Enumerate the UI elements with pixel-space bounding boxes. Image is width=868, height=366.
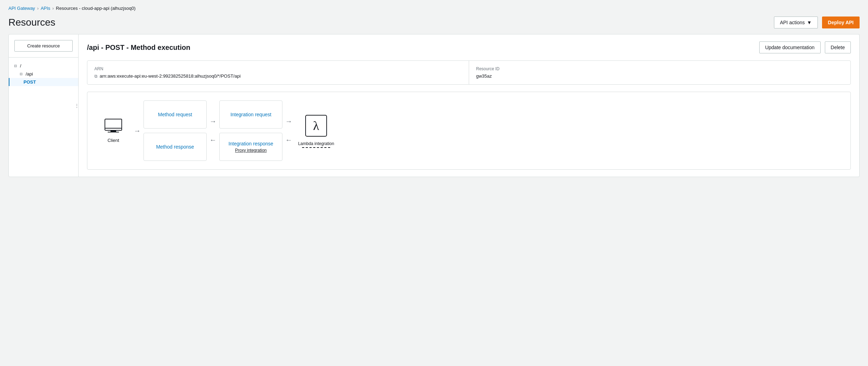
page-header: Resources API actions ▼ Deploy API: [0, 14, 868, 34]
method-column: Method request Method response: [143, 100, 207, 161]
main-content: Create resource ⊟ / ⊟ /api POST ⋮ /api -…: [0, 34, 868, 185]
client-icon: [104, 118, 122, 135]
client-label: Client: [107, 138, 119, 143]
breadcrumb-api-gateway[interactable]: API Gateway: [8, 6, 35, 11]
breadcrumb-apis[interactable]: APIs: [41, 6, 50, 11]
header-actions: API actions ▼ Deploy API: [774, 17, 860, 28]
page-title: Resources: [8, 17, 55, 28]
detail-title: /api - POST - Method execution: [87, 44, 190, 52]
arrows-middle: → ←: [209, 117, 216, 144]
arrows-right: → ←: [285, 117, 292, 144]
integration-response-box[interactable]: Integration response Proxy integration: [219, 133, 282, 161]
tree-api[interactable]: ⊟ /api: [9, 70, 78, 78]
method-response-link[interactable]: Method response: [156, 144, 194, 150]
meta-section: ARN ⧉ arn:aws:execute-api:eu-west-2:9923…: [87, 60, 851, 85]
detail-header: /api - POST - Method execution Update do…: [87, 41, 851, 53]
resource-tree: ⊟ / ⊟ /api POST: [9, 58, 78, 90]
breadcrumb: API Gateway › APIs › Resources - cloud-a…: [0, 0, 868, 14]
tree-root-collapse-icon: ⊟: [13, 64, 18, 68]
sidebar: Create resource ⊟ / ⊟ /api POST ⋮: [8, 34, 79, 177]
api-actions-button[interactable]: API actions ▼: [774, 17, 818, 28]
delete-button[interactable]: Delete: [825, 41, 851, 53]
arrow-lambda-to-integration-resp: ←: [285, 136, 292, 144]
lambda-icon: λ: [304, 113, 328, 138]
tree-post[interactable]: POST: [9, 78, 78, 86]
integration-request-link[interactable]: Integration request: [231, 112, 272, 117]
tree-api-collapse-icon: ⊟: [19, 72, 24, 76]
chevron-down-icon: ▼: [807, 20, 812, 25]
arrow-client-to-method-req: →: [134, 127, 141, 135]
arn-text: arn:aws:execute-api:eu-west-2:9923825258…: [100, 73, 241, 79]
integration-request-box[interactable]: Integration request: [219, 100, 282, 129]
arn-value: ⧉ arn:aws:execute-api:eu-west-2:99238252…: [94, 73, 462, 79]
detail-panel: /api - POST - Method execution Update do…: [79, 34, 860, 177]
svg-text:λ: λ: [313, 118, 319, 132]
execution-diagram: Client → Method request Method response …: [87, 92, 851, 170]
resource-id-text: gw35az: [476, 73, 492, 79]
sidebar-resize-handle[interactable]: ⋮: [75, 99, 78, 113]
svg-rect-2: [108, 132, 119, 132]
copy-arn-icon[interactable]: ⧉: [94, 74, 98, 79]
tree-root[interactable]: ⊟ /: [9, 62, 78, 70]
resource-id-block: Resource ID gw35az: [469, 61, 850, 84]
lambda-label: Lambda integration: [298, 141, 334, 147]
arn-label: ARN: [94, 66, 462, 71]
svg-rect-1: [111, 130, 116, 132]
svg-rect-0: [105, 119, 122, 130]
arrow-integration-resp-to-method-resp: ←: [209, 136, 216, 144]
method-request-link[interactable]: Method request: [158, 112, 192, 117]
breadcrumb-sep-2: ›: [52, 6, 54, 11]
arrow-integration-req-to-lambda: →: [285, 117, 292, 125]
detail-actions: Update documentation Delete: [759, 41, 851, 53]
client-node: Client: [96, 118, 131, 143]
resource-id-label: Resource ID: [476, 66, 843, 71]
lambda-dashed-underline: [302, 147, 330, 148]
integration-column: Integration request Integration response…: [219, 100, 282, 161]
sidebar-create-resource-section: Create resource: [9, 34, 78, 58]
method-response-box[interactable]: Method response: [143, 133, 207, 161]
proxy-integration-label: Proxy integration: [235, 148, 267, 153]
deploy-api-button[interactable]: Deploy API: [822, 17, 860, 28]
tree-post-label: POST: [24, 79, 36, 85]
breadcrumb-sep-1: ›: [37, 6, 39, 11]
tree-root-label: /: [20, 63, 21, 68]
lambda-node: λ Lambda integration: [295, 113, 337, 148]
resource-id-value: gw35az: [476, 73, 843, 79]
integration-response-link[interactable]: Integration response: [228, 141, 273, 146]
arn-block: ARN ⧉ arn:aws:execute-api:eu-west-2:9923…: [87, 61, 469, 84]
tree-api-label: /api: [26, 71, 33, 77]
arrow-method-req-to-integration-req: →: [209, 117, 216, 125]
create-resource-button[interactable]: Create resource: [14, 40, 73, 52]
update-documentation-button[interactable]: Update documentation: [759, 41, 821, 53]
breadcrumb-current: Resources - cloud-app-api (alhuzjsoq0): [56, 6, 135, 11]
method-request-box[interactable]: Method request: [143, 100, 207, 129]
